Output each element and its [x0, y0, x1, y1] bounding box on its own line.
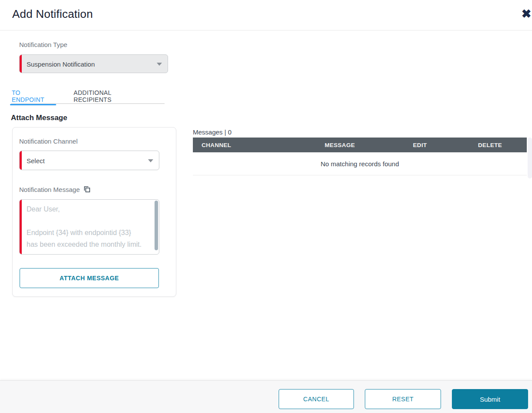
notification-channel-select[interactable]: Select — [19, 151, 159, 170]
cancel-button[interactable]: CANCEL — [279, 389, 354, 409]
required-indicator — [20, 200, 22, 254]
column-header-edit: EDIT — [387, 142, 453, 148]
notification-message-label: Notification Message — [19, 186, 80, 193]
column-header-channel: CHANNEL — [193, 142, 293, 148]
chevron-down-icon — [157, 63, 162, 66]
empty-state-text: No matching records found — [320, 160, 399, 168]
messages-table: CHANNEL MESSAGE EDIT DELETE No matching … — [193, 138, 527, 175]
table-scrollbar-track[interactable] — [528, 138, 532, 178]
table-header-row: CHANNEL MESSAGE EDIT DELETE — [193, 138, 527, 152]
table-empty-row: No matching records found — [193, 152, 527, 175]
modal-header: Add Notification ✖ — [0, 0, 532, 30]
chevron-down-icon — [148, 159, 153, 162]
column-header-delete: DELETE — [453, 142, 527, 148]
add-notification-modal: Add Notification ✖ Notification Type Sus… — [0, 0, 532, 413]
copy-icon[interactable] — [83, 185, 91, 193]
notification-channel-label: Notification Channel — [19, 138, 77, 145]
tab-to-endpoint[interactable]: TO ENDPOINT — [11, 88, 50, 104]
column-header-message: MESSAGE — [293, 142, 387, 148]
notification-type-select[interactable]: Suspension Notification — [19, 54, 168, 73]
page-title: Add Notification — [12, 7, 93, 21]
tab-bar: TO ENDPOINT ADDITIONAL RECIPIENTS — [11, 88, 165, 104]
notification-message-textarea[interactable]: Dear User, Endpoint {34} with endpointid… — [19, 199, 159, 255]
messages-counter: Messages | 0 — [193, 128, 232, 136]
attach-message-heading: Attach Message — [11, 114, 67, 122]
textarea-placeholder: Dear User, Endpoint {34} with endpointid… — [27, 203, 144, 250]
tab-additional-recipients[interactable]: ADDITIONAL RECIPIENTS — [73, 88, 142, 104]
required-indicator — [20, 55, 22, 73]
textarea-scrollbar[interactable] — [155, 201, 158, 250]
required-indicator — [20, 151, 22, 170]
tab-label: ADDITIONAL RECIPIENTS — [74, 89, 141, 103]
reset-button[interactable]: RESET — [365, 389, 441, 409]
close-button[interactable]: ✖ — [518, 5, 532, 23]
notification-type-value: Suspension Notification — [27, 60, 95, 67]
notification-channel-value: Select — [27, 157, 45, 164]
notification-type-label: Notification Type — [19, 41, 67, 48]
modal-footer: CANCEL RESET Submit — [0, 380, 532, 413]
notification-message-label-row: Notification Message — [19, 185, 91, 193]
tab-label: TO ENDPOINT — [12, 89, 49, 103]
close-icon: ✖ — [522, 7, 532, 20]
attach-message-button[interactable]: ATTACH MESSAGE — [20, 268, 159, 288]
submit-button[interactable]: Submit — [452, 389, 528, 409]
